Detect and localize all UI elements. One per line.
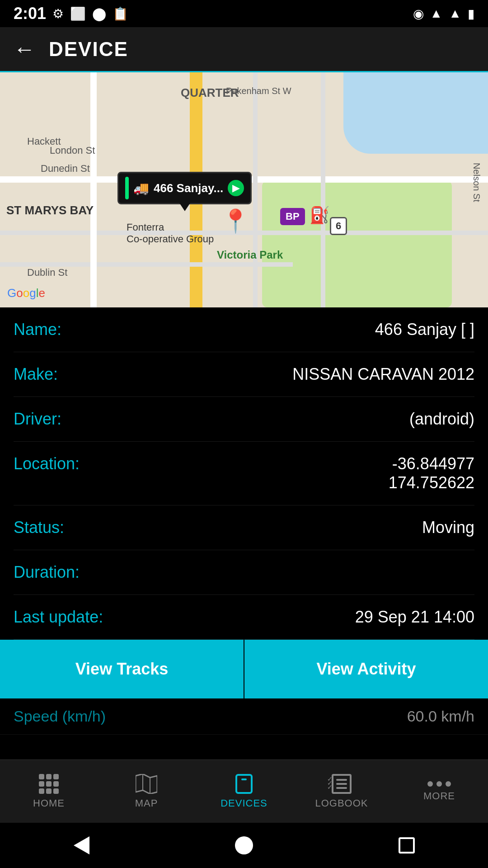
- driver-row: Driver: (android): [14, 397, 474, 442]
- marker-pointer: [179, 203, 190, 211]
- location-value: -36.844977 174.752622: [389, 454, 474, 492]
- system-back-button[interactable]: [68, 832, 95, 859]
- map-pin: 📍: [221, 208, 249, 234]
- status-row: Status: Moving: [14, 505, 474, 550]
- nav-item-map[interactable]: MAP: [98, 774, 195, 809]
- location-label: Location:: [14, 454, 80, 473]
- marker-vehicle-name: 466 Sanjay...: [154, 181, 223, 195]
- make-row: Make: NISSAN CARAVAN 2012: [14, 352, 474, 397]
- stop-icon: ⬜: [70, 6, 86, 21]
- name-label: Name:: [14, 320, 61, 339]
- map-label-stmarys: ST MARYS BAY: [6, 203, 94, 217]
- vehicle-marker[interactable]: 🚚 466 Sanjay... ▶: [117, 172, 252, 204]
- nav-label-home: HOME: [33, 797, 65, 809]
- system-bar: [0, 823, 488, 868]
- speed-value: 60.0 km/h: [407, 708, 474, 725]
- speed-row-partial: Speed (km/h) 60.0 km/h: [0, 698, 488, 735]
- nav-label-devices: DEVICES: [221, 797, 267, 809]
- nav-item-more[interactable]: MORE: [390, 781, 488, 802]
- back-button[interactable]: ←: [14, 37, 35, 61]
- fuel-icon: ⛽: [310, 206, 330, 225]
- map-container[interactable]: QUARTER Pakenham St W Hackett London St …: [0, 72, 488, 307]
- action-buttons: View Tracks View Activity: [0, 640, 488, 698]
- logbook-icon: [332, 774, 352, 794]
- name-value: 466 Sanjay [ ]: [375, 320, 474, 339]
- more-icon: [427, 781, 451, 787]
- devices-icon: [235, 774, 253, 794]
- system-recents-button[interactable]: [393, 832, 420, 859]
- bp-sign: BP: [280, 208, 305, 225]
- status-value: Moving: [422, 518, 474, 537]
- battery-icon: ▮: [468, 6, 474, 21]
- clipboard-icon: 📋: [113, 6, 128, 21]
- last-update-value: 29 Sep 21 14:00: [355, 608, 474, 627]
- duration-row: Duration:: [14, 550, 474, 595]
- road-sign-6: 6: [330, 217, 347, 235]
- direction-arrow: ▶: [228, 180, 244, 196]
- settings-icon: ⚙: [52, 6, 64, 21]
- map-label-dublin: Dublin St: [27, 267, 67, 278]
- page-title: DEVICE: [49, 38, 128, 61]
- header: ← DEVICE: [0, 27, 488, 72]
- driver-label: Driver:: [14, 410, 61, 429]
- nav-label-logbook: LOGBOOK: [315, 797, 368, 809]
- location-row: Location: -36.844977 174.752622: [14, 442, 474, 505]
- location-icon: ◉: [413, 6, 424, 21]
- marker-status-bar: [125, 177, 129, 199]
- map-label-dunedin: Dunedin St: [41, 163, 90, 175]
- svg-marker-0: [136, 774, 157, 794]
- make-label: Make:: [14, 365, 58, 384]
- speed-label: Speed (km/h): [14, 708, 106, 725]
- map-label-nelson: Nelson St: [471, 163, 482, 202]
- view-tracks-button[interactable]: View Tracks: [0, 640, 244, 698]
- location-lat: -36.844977: [392, 454, 474, 473]
- view-activity-button[interactable]: View Activity: [244, 640, 488, 698]
- map-label-london: London St: [50, 145, 95, 156]
- name-row: Name: 466 Sanjay [ ]: [14, 307, 474, 352]
- system-home-button[interactable]: [230, 832, 258, 859]
- nav-item-home[interactable]: HOME: [0, 774, 98, 809]
- nav-label-more: MORE: [423, 790, 455, 802]
- location-lng: 174.752622: [389, 473, 474, 492]
- nav-label-map: MAP: [135, 797, 158, 809]
- map-label-fonterra: FonterraCo-operative Group: [127, 222, 214, 245]
- device-info-section: Name: 466 Sanjay [ ] Make: NISSAN CARAVA…: [0, 307, 488, 640]
- nav-item-logbook[interactable]: LOGBOOK: [293, 774, 390, 809]
- driver-value: (android): [409, 410, 474, 429]
- wifi-icon: ▲: [430, 6, 443, 21]
- last-update-row: Last update: 29 Sep 21 14:00: [14, 595, 474, 640]
- map-icon: [136, 774, 157, 794]
- signal-icon: ▲: [449, 6, 461, 21]
- map-label-pakenham: Pakenham St W: [226, 86, 291, 96]
- status-time: 2:01: [14, 4, 46, 23]
- status-label: Status:: [14, 518, 64, 537]
- last-update-label: Last update:: [14, 608, 103, 627]
- bottom-nav: HOME MAP DEVICES LOGBOOK MORE: [0, 760, 488, 823]
- status-bar: 2:01 ⚙ ⬜ ⬤ 📋 ◉ ▲ ▲ ▮: [0, 0, 488, 27]
- nav-item-devices[interactable]: DEVICES: [195, 774, 293, 809]
- google-logo: Google: [7, 286, 45, 300]
- map-label-victoria: Victoria Park: [217, 249, 283, 261]
- duration-label: Duration:: [14, 563, 80, 582]
- circle-icon: ⬤: [92, 6, 106, 21]
- make-value: NISSAN CARAVAN 2012: [292, 365, 474, 384]
- home-icon: [39, 774, 59, 794]
- truck-icon: 🚚: [133, 181, 149, 196]
